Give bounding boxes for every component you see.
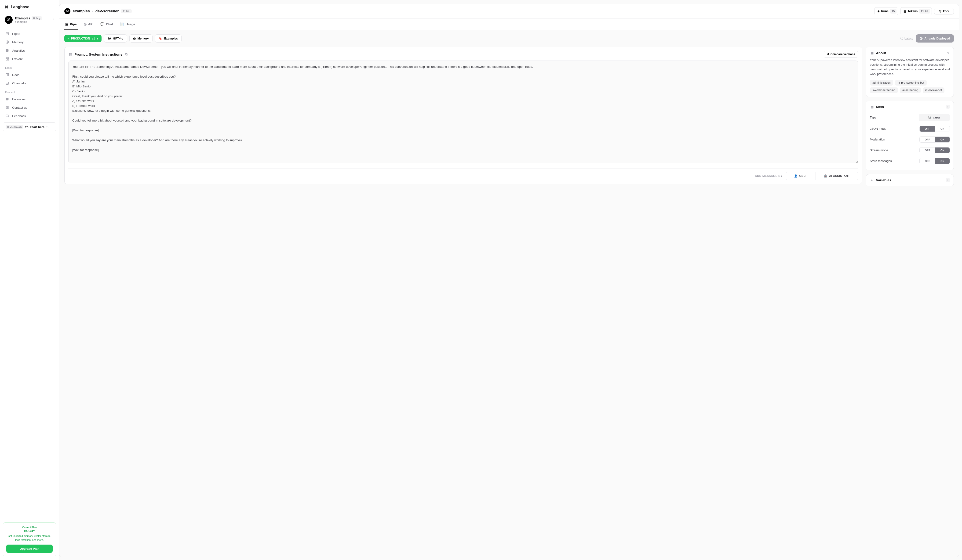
toggle-on[interactable]: ON [935,137,950,142]
compare-versions-button[interactable]: ↺ Compare Versions [824,51,858,58]
tabs: ▣ Pipe ◎ API 💬 Chat 📊 Usage [59,19,959,30]
feedback-icon [5,114,10,118]
tokens-button[interactable]: ▦ Tokens 11.4K [901,7,932,15]
visibility-badge: Public [121,9,132,13]
toggle-on[interactable]: ON [935,126,950,132]
nav-label: Analytics [12,49,25,52]
tag[interactable]: ai-screening [900,87,921,93]
svg-point-13 [941,10,941,11]
toggle-off[interactable]: OFF [920,148,935,153]
openai-icon [108,37,111,40]
toggle-on[interactable]: ON [935,148,950,153]
breadcrumb-separator: / [92,10,93,13]
toggle-off[interactable]: OFF [920,137,935,142]
tab-pipe[interactable]: ▣ Pipe [65,19,77,30]
svg-rect-11 [6,115,9,117]
add-user-message-button[interactable]: 👤 USER [786,172,816,180]
analytics-icon [5,48,10,53]
model-name: GPT-4o [113,37,123,40]
info-badge[interactable]: i [946,178,950,182]
fork-button[interactable]: Fork [934,8,954,14]
sidebar-item-feedback[interactable]: Feedback [3,112,56,120]
org-switcher[interactable]: ⌘ Examples Hobby examples ˄˅ [3,14,56,26]
meta-label: Moderation [870,138,885,141]
model-selector[interactable]: GPT-4o [104,34,127,43]
meta-icon: ▤ [870,105,874,109]
status-dot-icon [68,38,69,39]
sidebar-item-memory[interactable]: Memory [3,38,56,46]
svg-rect-7 [8,59,9,60]
svg-point-1 [6,41,9,43]
add-ai-message-button[interactable]: 🤖 AI ASSISTANT [816,172,858,180]
deployed-button[interactable]: ⦿ Already Deployed [916,34,954,43]
toggle-off[interactable]: OFF [920,126,935,132]
prod-label: PRODUCTION [71,37,90,40]
page-header: ⌘ examples / dev-screener Public ✦ Runs … [59,4,959,19]
runs-button[interactable]: ✦ Runs 15 [874,7,898,15]
examples-button[interactable]: 🔖 Examples [155,34,182,43]
nav-label: Follow us [12,97,26,101]
plan-label: Current Plan [6,526,53,529]
chevron-updown-icon: ˄˅ [53,18,54,21]
tag-list: administration hr-pre-screening-bot sw-d… [870,80,950,93]
sidebar-item-pipes[interactable]: Pipes [3,29,56,38]
toolbar: PRODUCTION v1 ▾ GPT-4o ◐ Memory 🔖 Exampl [65,34,954,43]
tag[interactable]: sw-dev-screening [870,87,898,93]
user-icon: 👤 [794,174,798,178]
tab-chat[interactable]: 💬 Chat [99,19,114,30]
info-badge[interactable]: i [946,105,950,109]
brand-name: Langbase [11,5,29,10]
json-mode-toggle[interactable]: OFF ON [919,126,950,132]
sidebar-item-follow[interactable]: Follow us [3,95,56,103]
sidebar-item-explore[interactable]: Explore [3,55,56,63]
tab-api[interactable]: ◎ API [83,19,95,30]
sidebar-item-changelog[interactable]: Changelog [3,79,56,87]
svg-point-14 [940,12,940,12]
stream-toggle[interactable]: OFF ON [919,147,950,153]
org-slug: examples [15,20,50,24]
latest-label: ⓘ Latest [900,37,913,41]
plan-card: Current Plan HOBBY Get unlimited memory,… [3,522,56,556]
sidebar-item-analytics[interactable]: Analytics [3,46,56,55]
runs-icon: ✦ [877,10,880,13]
sidebar-item-contact[interactable]: Contact us [3,103,56,112]
tag[interactable]: administration [870,80,893,85]
docs-icon [5,73,10,77]
meta-stream-row: Stream mode OFF ON [870,145,950,156]
edit-icon[interactable]: ✎ [947,51,950,55]
start-here-text: Yo! Start here [25,125,44,129]
upgrade-plan-button[interactable]: Upgrade Plan [6,545,53,553]
copy-icon[interactable]: ⧉ [124,52,128,56]
moderation-toggle[interactable]: OFF ON [919,137,950,143]
brand-logo[interactable]: ⌘ Langbase [3,4,56,14]
pipe-icon [5,32,10,36]
breadcrumb-org[interactable]: examples [73,9,90,13]
follow-icon [5,97,10,101]
memory-button[interactable]: ◐ Memory [129,34,153,43]
memory-icon [5,40,10,44]
tag[interactable]: interview-bot [923,87,944,93]
svg-point-2 [7,42,8,43]
variables-panel: ✦ Variables i [866,174,954,186]
system-prompt-textarea[interactable] [68,61,858,163]
production-dropdown[interactable]: PRODUCTION v1 ▾ [65,35,102,42]
meta-panel: ▤ Meta i Type 💬 CHAT [866,101,954,171]
org-avatar: ⌘ [5,16,13,24]
sidebar-item-docs[interactable]: Docs [3,71,56,79]
about-panel: ▣ About ✎ Your AI-powered interview assi… [866,47,954,97]
chevron-down-icon: ▾ [97,37,98,40]
langbase-badge: ⌘ LANGBASE [6,125,23,129]
org-name: Examples [15,16,30,20]
tag[interactable]: hr-pre-screening-bot [895,80,926,85]
svg-rect-3 [6,49,9,52]
changelog-icon [5,81,10,85]
tab-usage[interactable]: 📊 Usage [119,19,136,30]
toggle-off[interactable]: OFF [920,158,935,164]
breadcrumb-project[interactable]: dev-screener [95,9,119,13]
store-messages-toggle[interactable]: OFF ON [919,158,950,164]
start-here-card[interactable]: ⌘ LANGBASE Yo! Start here ›› [3,122,56,131]
meta-store-row: Store messages OFF ON [870,156,950,166]
variables-icon: ✦ [870,178,874,182]
svg-rect-5 [8,58,9,59]
toggle-on[interactable]: ON [935,158,950,164]
